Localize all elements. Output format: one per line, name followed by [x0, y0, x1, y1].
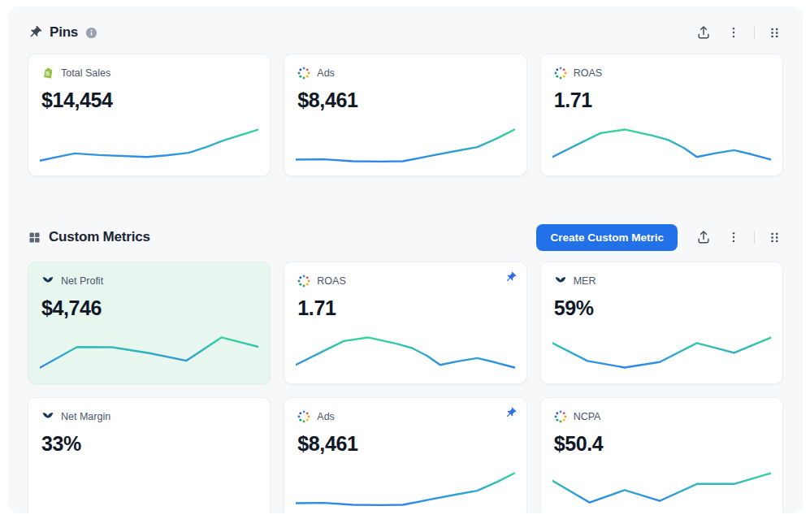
more-options-button[interactable] — [725, 228, 743, 246]
card-header: ROAS — [554, 67, 769, 80]
export-icon — [695, 229, 712, 245]
metric-label: MER — [574, 275, 596, 287]
metric-card-ncpa[interactable]: NCPA$50.4 — [540, 397, 783, 513]
shopify-icon: S — [41, 67, 54, 80]
metric-value: $4,746 — [41, 296, 257, 320]
whale-icon — [554, 275, 567, 288]
metric-card-mer[interactable]: MER59% — [540, 262, 783, 384]
metric-label: Ads — [317, 67, 335, 79]
metric-card-net-profit[interactable]: Net Profit$4,746 — [28, 262, 271, 384]
metric-value: $8,461 — [297, 432, 513, 456]
metric-value: $8,461 — [297, 89, 513, 112]
ads-platforms-icon — [297, 67, 310, 80]
sparkline-chart — [552, 470, 771, 508]
metric-card-roas[interactable]: ROAS1.71 — [284, 262, 526, 384]
ads-platforms-icon — [554, 410, 567, 423]
pins-section-header: Pins — [28, 23, 783, 42]
metric-card-ads[interactable]: Ads$8,461 — [284, 54, 526, 176]
dashboard-panel: Pins STotal Sales$14, — [8, 6, 803, 513]
ads-platforms-icon — [297, 410, 310, 423]
create-custom-metric-button[interactable]: Create Custom Metric — [536, 224, 678, 251]
metric-value: 1.71 — [297, 296, 513, 320]
custom-metrics-section-title: Custom Metrics — [49, 229, 150, 245]
kebab-menu-icon — [726, 25, 741, 40]
metric-card-total-sales[interactable]: STotal Sales$14,454 — [28, 54, 271, 176]
custom-metrics-cards-grid: Net Profit$4,746ROAS1.71MER59%Net Margin… — [28, 262, 783, 513]
ads-platforms-icon — [297, 275, 310, 288]
sparkline-chart — [296, 127, 514, 164]
metric-label: Ads — [317, 411, 335, 422]
card-header: ROAS — [297, 275, 513, 288]
card-header: Ads — [297, 67, 513, 80]
metric-label: ROAS — [317, 275, 345, 287]
actions-divider — [754, 27, 755, 39]
more-options-button[interactable] — [725, 24, 743, 41]
sparkline-chart — [552, 335, 771, 372]
pushpin-icon — [28, 25, 42, 40]
export-button[interactable] — [694, 23, 713, 42]
drag-grid-icon — [768, 26, 782, 40]
metric-value: $50.4 — [554, 432, 769, 456]
whale-icon — [41, 275, 54, 288]
metric-label: ROAS — [574, 67, 602, 79]
metric-card-roas[interactable]: ROAS1.71 — [540, 54, 783, 176]
card-header: MER — [554, 275, 769, 288]
pinned-pin-icon[interactable] — [505, 271, 517, 283]
drag-handle-button[interactable] — [766, 24, 783, 41]
custom-metrics-section-header: Custom Metrics Create Custom Metric — [28, 223, 783, 251]
metric-value: 33% — [41, 432, 257, 456]
sparkline-chart — [40, 335, 258, 372]
metric-label: NCPA — [574, 411, 601, 422]
metric-value: 59% — [554, 296, 769, 320]
metric-card-net-margin[interactable]: Net Margin33% — [28, 397, 271, 513]
svg-text:S: S — [45, 71, 50, 76]
sparkline-chart — [296, 335, 514, 372]
export-icon — [695, 24, 712, 41]
card-header: Net Profit — [41, 275, 257, 288]
pins-section-title: Pins — [50, 24, 78, 41]
drag-handle-button[interactable] — [766, 229, 783, 246]
sparkline-chart — [296, 470, 514, 508]
metric-value: 1.71 — [554, 89, 769, 112]
info-icon[interactable] — [85, 27, 97, 39]
metric-value: $14,454 — [41, 89, 257, 112]
pinned-pin-icon[interactable] — [505, 407, 517, 419]
card-header: Net Margin — [41, 410, 257, 423]
metric-label: Net Profit — [61, 275, 103, 287]
ads-platforms-icon — [554, 67, 567, 80]
card-header: Ads — [297, 410, 513, 423]
sparkline-chart — [552, 127, 771, 164]
card-header: NCPA — [554, 410, 769, 423]
metric-label: Net Margin — [61, 411, 110, 422]
actions-divider — [754, 231, 755, 244]
whale-icon — [41, 410, 54, 423]
pins-cards-grid: STotal Sales$14,454Ads$8,461ROAS1.71 — [28, 54, 783, 176]
kebab-menu-icon — [726, 230, 741, 244]
drag-grid-icon — [768, 231, 782, 244]
export-button[interactable] — [694, 227, 713, 247]
metric-label: Total Sales — [61, 67, 110, 79]
grid-2x2-icon — [28, 231, 41, 244]
sparkline-chart — [40, 127, 258, 164]
metric-card-ads[interactable]: Ads$8,461 — [284, 397, 526, 513]
card-header: STotal Sales — [41, 67, 257, 80]
